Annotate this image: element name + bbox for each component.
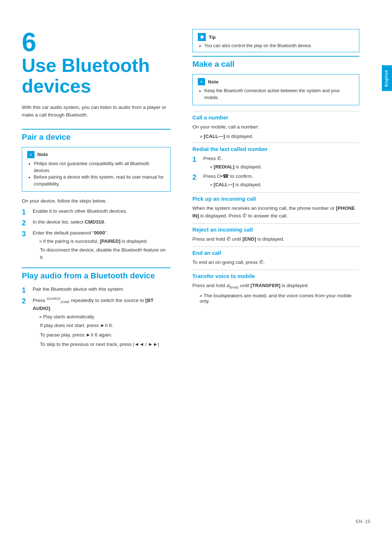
note-label-pair: Note bbox=[37, 152, 48, 157]
transfer-body: Press and hold ⇄BAND until [TRANSFER] is… bbox=[192, 282, 359, 290]
chapter-intro: With this car audio system, you can list… bbox=[22, 104, 171, 119]
call-number-result: [CALL---] is displayed. bbox=[192, 134, 359, 139]
end-call-body: To end an on-going call, press ✆. bbox=[192, 259, 359, 266]
end-call-heading: End an call bbox=[192, 246, 359, 256]
make-call-heading: Make a call bbox=[192, 56, 359, 69]
transfer-result: The loudspeakers are muted, and the voic… bbox=[192, 293, 359, 304]
redial-step-1: 1 Press ✆. [REDIAL] is displayed. bbox=[192, 155, 359, 171]
redial-step-2-result: [CALL---] is displayed. bbox=[203, 181, 359, 188]
play-step-2: 2 Press SOURCEZONE repeatedly to switch … bbox=[22, 297, 171, 350]
make-call-note-list: Keep the Bluetooth connection active bet… bbox=[198, 87, 354, 101]
redial-step-2: 2 Press O•☎ to confirm. [CALL---] is dis… bbox=[192, 173, 359, 188]
pair-step-1: 1 Enable it to search other Bluetooth de… bbox=[22, 208, 171, 216]
side-tab-label: English bbox=[384, 70, 388, 87]
chapter-number: 6 bbox=[22, 29, 171, 55]
make-call-section: Make a call ≡ Note Keep the Bluetooth co… bbox=[192, 56, 359, 304]
play-step-1: 1 Pair the Bluetooth device with this sy… bbox=[22, 286, 171, 294]
call-number-body: On your mobile, call a number: bbox=[192, 123, 359, 131]
tip-box: ✱ Tip You can also control the play on t… bbox=[192, 29, 359, 52]
page-footer: EN 15 bbox=[356, 519, 370, 524]
tip-list: You can also control the play on the Blu… bbox=[198, 43, 354, 48]
pair-step-3-result: If the pairing is successful, [PAIRED] i… bbox=[33, 238, 171, 245]
redial-steps: 1 Press ✆. [REDIAL] is displayed. 2 Pres… bbox=[192, 155, 359, 188]
pair-bullet-1: To disconnect the device, disable the Bl… bbox=[40, 246, 171, 261]
note-item-1: Philips does not guarantee compatibility… bbox=[34, 160, 165, 174]
right-column: ✱ Tip You can also control the play on t… bbox=[181, 15, 377, 520]
make-call-note: ≡ Note Keep the Bluetooth connection act… bbox=[192, 74, 359, 105]
left-column: 6 Use Bluetooth devices With this car au… bbox=[0, 15, 181, 520]
tip-label: Tip bbox=[209, 34, 216, 40]
make-call-note-item-1: Keep the Bluetooth connection active bet… bbox=[204, 87, 354, 101]
pair-device-heading: Pair a device bbox=[22, 129, 171, 142]
play-bullet-2: To pause play, press ►II 6 again. bbox=[40, 331, 171, 339]
make-call-note-label: Note bbox=[208, 79, 219, 85]
footer-page: 15 bbox=[365, 519, 370, 524]
chapter-title: Use Bluetooth devices bbox=[22, 55, 171, 97]
note-icon: ≡ bbox=[27, 151, 34, 158]
pair-step-3: 3 Enter the default password "0000". If … bbox=[22, 229, 171, 263]
pair-step-2: 2 In the device list, select CMD310. bbox=[22, 219, 171, 227]
pair-step-3-bullets: To disconnect the device, disable the Bl… bbox=[33, 246, 171, 261]
pair-device-note-list: Philips does not guarantee compatibility… bbox=[27, 160, 165, 188]
play-audio-steps: 1 Pair the Bluetooth device with this sy… bbox=[22, 286, 171, 350]
play-bullet-3: To skip to the previous or next track, p… bbox=[40, 341, 171, 348]
play-step-2-bullets: If play does not start, press ►II 6. To … bbox=[33, 322, 171, 348]
redial-step-1-result: [REDIAL] is displayed. bbox=[203, 163, 359, 171]
side-tab: English bbox=[382, 65, 392, 91]
pair-device-note: ≡ Note Philips does not guarantee compat… bbox=[22, 147, 171, 192]
tip-icon: ✱ bbox=[198, 33, 206, 41]
pickup-body: When the system receives an incoming cal… bbox=[192, 205, 359, 220]
pair-device-intro: On your device, follow the steps below. bbox=[22, 197, 171, 205]
reject-body: Press and hold ✆ until [END] is displaye… bbox=[192, 236, 359, 243]
transfer-heading: Transfer voice to mobile bbox=[192, 270, 359, 279]
make-call-note-icon: ≡ bbox=[198, 78, 205, 85]
redial-heading: Redial the last called number bbox=[192, 143, 359, 152]
play-bullet-1: If play does not start, press ►II 6. bbox=[40, 322, 171, 329]
call-number-heading: Call a number bbox=[192, 111, 359, 121]
play-step-2-result: Play starts automatically. bbox=[33, 313, 171, 320]
footer-lang: EN bbox=[356, 519, 362, 524]
pair-device-steps: 1 Enable it to search other Bluetooth de… bbox=[22, 208, 171, 263]
pickup-heading: Pick up an incoming call bbox=[192, 192, 359, 202]
reject-heading: Reject an incoming call bbox=[192, 223, 359, 233]
tip-item-1: You can also control the play on the Blu… bbox=[204, 43, 354, 48]
play-audio-heading: Play audio from a Bluetooth device bbox=[22, 268, 171, 281]
note-item-2: Before pairing a device with this system… bbox=[34, 174, 165, 188]
